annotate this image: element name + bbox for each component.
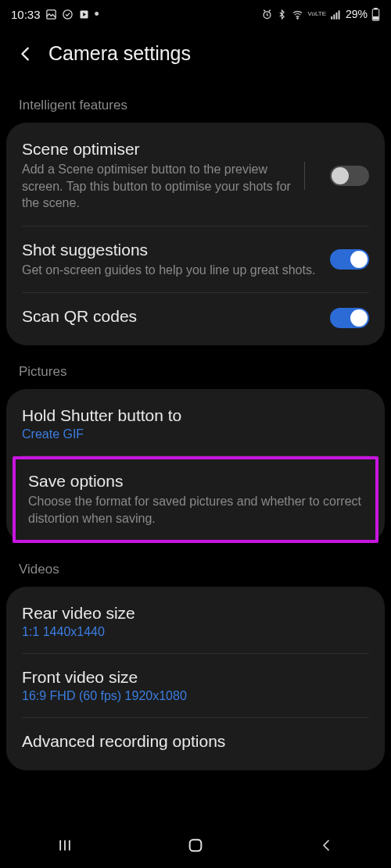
row-save-options[interactable]: Save options Choose the format for saved… [16,459,375,539]
scan-qr-title: Scan QR codes [22,307,317,326]
svg-point-1 [63,9,71,18]
highlight-save-options: Save options Choose the format for saved… [13,456,378,542]
nav-recent[interactable] [34,830,96,861]
row-front-video[interactable]: Front video size 16:9 FHD (60 fps) 1920x… [6,654,385,717]
svg-rect-16 [190,840,202,852]
svg-rect-8 [335,13,337,20]
scene-optimiser-desc: Add a Scene optimiser button to the prev… [22,161,292,212]
cloud-sync-icon [62,9,74,20]
section-label-videos: Videos [0,557,391,587]
section-label-pictures: Pictures [0,359,391,389]
front-video-value: 16:9 FHD (60 fps) 1920x1080 [22,689,369,703]
save-options-title: Save options [28,472,363,491]
shot-suggestions-toggle[interactable] [330,249,369,270]
nav-home[interactable] [164,830,227,861]
svg-rect-9 [339,10,340,19]
row-hold-shutter[interactable]: Hold Shutter button to Create GIF [6,392,385,455]
page-title: Camera settings [48,42,191,65]
card-videos: Rear video size 1:1 1440x1440 Front vide… [6,587,385,770]
hold-shutter-value: Create GIF [22,427,369,441]
status-time: 10:33 [11,8,41,21]
row-advanced-recording[interactable]: Advanced recording options [6,718,385,767]
divider-vertical [304,162,305,190]
status-bar: 10:33 • VoLTE 29% [0,0,391,28]
rear-video-value: 1:1 1440x1440 [22,625,369,639]
svg-rect-6 [331,16,332,20]
alarm-icon [261,9,273,20]
bluetooth-icon [277,9,287,20]
svg-point-5 [296,17,297,18]
signal-icon [330,9,342,20]
save-options-desc: Choose the format for saved pictures and… [28,493,363,527]
volte-icon: VoLTE [308,11,326,17]
nav-bar [0,823,391,868]
back-button[interactable] [17,45,34,63]
header: Camera settings [0,28,391,93]
svg-rect-11 [375,8,377,9]
svg-rect-12 [374,16,378,19]
row-scene-optimiser[interactable]: Scene optimiser Add a Scene optimiser bu… [6,126,385,226]
svg-rect-7 [333,14,335,19]
card-intelligent: Scene optimiser Add a Scene optimiser bu… [6,123,385,345]
scan-qr-toggle[interactable] [330,308,369,328]
more-icon: • [95,7,99,21]
scene-optimiser-title: Scene optimiser [22,140,292,159]
front-video-title: Front video size [22,668,369,687]
shot-suggestions-title: Shot suggestions [22,241,317,259]
row-scan-qr[interactable]: Scan QR codes [6,293,385,342]
image-icon [45,9,57,20]
scene-optimiser-toggle[interactable] [330,166,369,186]
shot-suggestions-desc: Get on-screen guides to help you line up… [22,262,317,279]
rear-video-title: Rear video size [22,604,369,623]
row-shot-suggestions[interactable]: Shot suggestions Get on-screen guides to… [6,227,385,293]
content: Intelligent features Scene optimiser Add… [0,93,391,770]
section-label-intelligent: Intelligent features [0,93,391,123]
status-right: VoLTE 29% [261,8,380,21]
row-rear-video[interactable]: Rear video size 1:1 1440x1440 [6,590,385,653]
status-left: 10:33 • [11,7,99,21]
battery-percent: 29% [346,8,368,20]
app-icon [78,9,90,20]
battery-icon [371,8,380,21]
card-pictures: Hold Shutter button to Create GIF Save o… [6,389,385,542]
hold-shutter-title: Hold Shutter button to [22,406,369,425]
wifi-icon [291,9,304,20]
nav-back[interactable] [295,830,357,861]
advanced-recording-title: Advanced recording options [22,732,369,751]
